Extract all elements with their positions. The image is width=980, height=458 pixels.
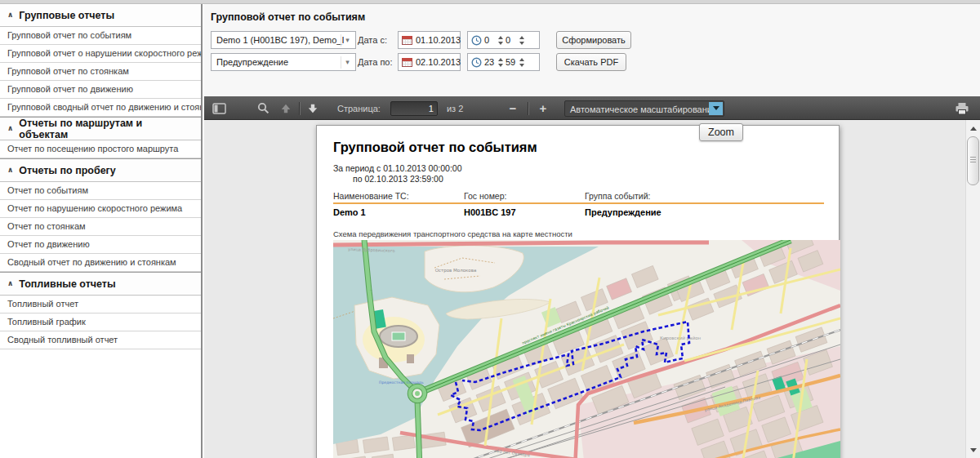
sidebar-item[interactable]: Отчет по движению	[0, 236, 201, 254]
minute-to-stepper[interactable]	[519, 58, 524, 67]
date-to-input[interactable]	[416, 57, 465, 67]
sidebar-section-title: Топливные отчеты	[19, 278, 115, 290]
zoom-tooltip: Zoom	[699, 123, 743, 141]
sidebar-item[interactable]: Групповой отчет по событиям	[0, 27, 201, 45]
sidebar-section-title: Отчеты по пробегу	[19, 165, 115, 176]
report-event-group: Предупреждение	[585, 207, 662, 217]
sidebar-item[interactable]: Групповой отчет по стоянкам	[0, 63, 201, 81]
page-number-input[interactable]	[390, 101, 438, 116]
date-to-field[interactable]	[398, 53, 461, 71]
scroll-up-icon[interactable]	[966, 122, 980, 135]
zoom-out-button[interactable]: −	[503, 99, 523, 118]
sidebar-section-title: Групповые отчеты	[19, 10, 114, 21]
sidebar-item[interactable]: Топливный отчет	[0, 296, 201, 313]
zoom-select-value: Автоматическое масштабирование	[570, 104, 717, 114]
report-vehicle-name: Demo 1	[333, 207, 366, 217]
date-to-label: Дата по:	[358, 57, 393, 67]
report-col1-header: Наименование ТС:	[333, 191, 409, 201]
clock-icon	[471, 35, 482, 46]
calendar-icon[interactable]	[402, 36, 412, 45]
search-icon[interactable]	[253, 99, 273, 118]
zoom-select-arrow-icon[interactable]	[709, 102, 723, 115]
scrollbar-thumb[interactable]	[967, 136, 979, 185]
viewer-scrollbar[interactable]	[965, 120, 980, 458]
calendar-icon[interactable]	[402, 58, 412, 67]
report-plate-number: H001BC 197	[464, 207, 516, 217]
time-from-field[interactable]	[467, 31, 540, 49]
report-header-rule	[333, 202, 824, 204]
date-from-label: Дата с:	[358, 35, 387, 45]
event-type-select[interactable]: Предупреждение ▾	[211, 53, 356, 71]
previous-page-icon[interactable]	[276, 99, 296, 118]
print-icon[interactable]	[952, 99, 972, 118]
minute-to-input[interactable]	[506, 57, 517, 67]
report-map-caption: Схема передвижения транспортного средств…	[333, 229, 572, 238]
sidebar-item[interactable]: Групповой отчет о нарушении скоростного …	[0, 45, 201, 63]
hour-from-input[interactable]	[484, 35, 496, 45]
form-title: Групповой отчет по событиям	[211, 11, 365, 23]
sidebar-item[interactable]: Групповой сводный отчет по движению и ст…	[0, 99, 201, 117]
collapse-caret-icon: ∧	[7, 11, 13, 19]
download-pdf-button[interactable]: Скачать PDF	[556, 53, 626, 71]
date-from-input[interactable]	[416, 35, 465, 45]
sidebar-section-header[interactable]: ∧Групповые отчеты	[0, 4, 201, 27]
sidebar-section-header[interactable]: ∧Отчеты по пробегу	[0, 158, 201, 182]
minute-from-stepper[interactable]	[519, 36, 524, 45]
chevron-down-icon: ▾	[341, 56, 354, 69]
pdf-page: Групповой отчет по событиям За период с …	[316, 125, 840, 458]
main-panel: Групповой отчет по событиям Demo 1 (H001…	[204, 4, 980, 458]
hour-from-stepper[interactable]	[498, 36, 503, 45]
time-to-field[interactable]	[467, 53, 540, 71]
collapse-caret-icon: ∧	[7, 124, 13, 132]
hour-to-input[interactable]	[484, 57, 496, 67]
sidebar-section-title: Отчеты по маршрутам и объектам	[19, 118, 194, 140]
vehicle-select[interactable]: Demo 1 (H001BC 197), Demo_I ▾	[211, 31, 356, 49]
map-label-island: Остров Молокова	[435, 268, 477, 273]
map-label-district: Кировский район	[660, 336, 702, 341]
collapse-caret-icon: ∧	[7, 166, 13, 174]
vehicle-select-value: Demo 1 (H001BC 197), Demo_I	[216, 35, 345, 45]
sidebar-item[interactable]: Сводный топливный отчет	[0, 331, 201, 349]
sidebar-item[interactable]: Сводный отчет по движению и стоянкам	[0, 254, 201, 272]
sidebar-item[interactable]: Отчет по посещению простого маршрута	[0, 140, 201, 158]
sidebar-section-header[interactable]: ∧Отчеты по маршрутам и объектам	[0, 117, 201, 140]
date-from-field[interactable]	[398, 31, 461, 49]
report-form: Групповой отчет по событиям Demo 1 (H001…	[204, 4, 980, 96]
page-label: Страница:	[337, 104, 381, 113]
report-map: Остров Молокова улица Дубровинского прос…	[333, 240, 840, 458]
zoom-level-select[interactable]: Автоматическое масштабирование	[564, 100, 724, 117]
minute-from-input[interactable]	[506, 35, 517, 45]
sidebar-toggle-icon[interactable]	[209, 99, 229, 118]
map-label-square: Предмостная площадь	[379, 380, 424, 385]
chevron-down-icon: ▾	[341, 34, 354, 47]
report-col2-header: Гос номер:	[464, 191, 506, 201]
report-col3-header: Группа событий:	[585, 191, 650, 201]
report-title: Групповой отчет по событиям	[333, 140, 537, 155]
page-total: из 2	[447, 104, 463, 113]
scroll-down-icon[interactable]	[966, 443, 980, 456]
zoom-in-button[interactable]: +	[533, 99, 553, 118]
sidebar-sections: ∧Групповые отчетыГрупповой отчет по собы…	[0, 4, 203, 458]
next-page-icon[interactable]	[303, 99, 323, 118]
generate-button[interactable]: Сформировать	[556, 31, 631, 49]
pdf-viewer: Групповой отчет по событиям За период с …	[204, 120, 980, 458]
sidebar-item[interactable]: Групповой отчет по движению	[0, 81, 201, 99]
clock-icon	[471, 57, 482, 68]
sidebar-section-header[interactable]: ∧Топливные отчеты	[0, 272, 201, 296]
report-period-from: За период с 01.10.2013 00:00:00	[333, 163, 462, 173]
sidebar-item[interactable]: Отчет по событиям	[0, 182, 201, 200]
sidebar-item[interactable]: Отчет по стоянкам	[0, 218, 201, 236]
event-select-value: Предупреждение	[216, 57, 288, 67]
sidebar-item[interactable]: Отчет по нарушению скоростного режима	[0, 200, 201, 218]
collapse-caret-icon: ∧	[7, 279, 13, 287]
sidebar-item[interactable]: Топливный график	[0, 313, 201, 331]
report-period-to: по 02.10.2013 23:59:00	[353, 174, 443, 184]
hour-to-stepper[interactable]	[498, 58, 503, 67]
pdf-toolbar: Страница: из 2 − + Автоматическое масшта…	[204, 96, 980, 120]
